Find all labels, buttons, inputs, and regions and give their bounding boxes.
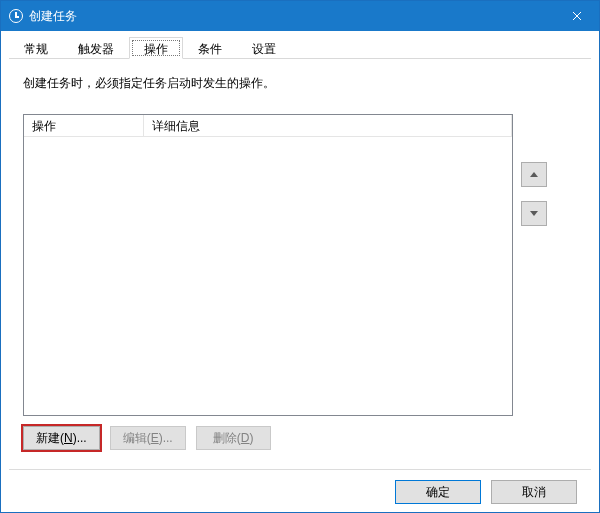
tabpage-actions: 创建任务时，必须指定任务启动时发生的操作。 操作 详细信息 (9, 59, 591, 463)
tab-actions[interactable]: 操作 (129, 37, 183, 59)
instruction-text: 创建任务时，必须指定任务启动时发生的操作。 (23, 75, 577, 92)
move-up-button[interactable] (521, 162, 547, 187)
tab-settings[interactable]: 设置 (237, 37, 291, 59)
tab-conditions[interactable]: 条件 (183, 37, 237, 59)
footer: 确定 取消 (9, 470, 591, 504)
ok-button[interactable]: 确定 (395, 480, 481, 504)
edit-button[interactable]: 编辑(E)... (110, 426, 186, 450)
tab-general[interactable]: 常规 (9, 37, 63, 59)
action-buttons-row: 新建(N)... 编辑(E)... 删除(D) (23, 426, 577, 450)
move-down-button[interactable] (521, 201, 547, 226)
triangle-up-icon (530, 172, 538, 177)
titlebar: 创建任务 (1, 1, 599, 31)
column-operation[interactable]: 操作 (24, 115, 144, 136)
main-row: 操作 详细信息 (23, 114, 577, 416)
dialog-body: 常规 触发器 操作 条件 设置 创建任务时，必须指定任务启动时发生的操作。 操作… (1, 31, 599, 512)
cancel-button[interactable]: 取消 (491, 480, 577, 504)
create-task-dialog: 创建任务 常规 触发器 操作 条件 设置 创建任务时，必须指定任务启动时发生的操… (0, 0, 600, 513)
window-title: 创建任务 (29, 8, 554, 25)
delete-button[interactable]: 删除(D) (196, 426, 271, 450)
list-body[interactable] (24, 137, 512, 415)
list-header: 操作 详细信息 (24, 115, 512, 137)
new-button[interactable]: 新建(N)... (23, 426, 100, 450)
tab-triggers[interactable]: 触发器 (63, 37, 129, 59)
tabstrip: 常规 触发器 操作 条件 设置 (9, 37, 591, 59)
close-button[interactable] (554, 1, 599, 31)
column-details[interactable]: 详细信息 (144, 115, 512, 136)
reorder-buttons (521, 114, 547, 416)
triangle-down-icon (530, 211, 538, 216)
clock-icon (9, 9, 23, 23)
actions-listview[interactable]: 操作 详细信息 (23, 114, 513, 416)
